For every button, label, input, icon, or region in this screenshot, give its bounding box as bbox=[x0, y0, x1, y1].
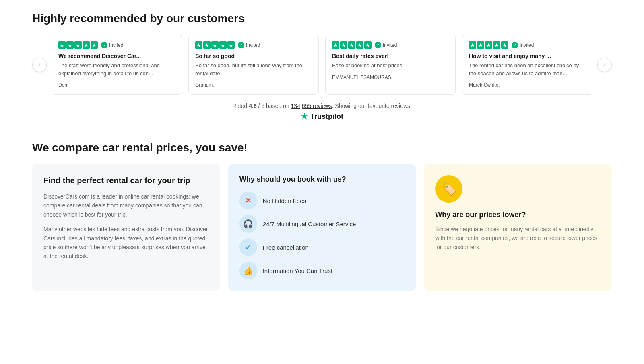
star-icon bbox=[195, 41, 202, 49]
review-header: ✓ Invited bbox=[58, 41, 175, 49]
card-why-title: Why should you book with us? bbox=[239, 175, 405, 184]
review-body: The rented car has been an excellent cho… bbox=[469, 62, 586, 77]
feature-information-trust: 👍 Information You Can Trust bbox=[239, 262, 405, 279]
star-icon bbox=[74, 41, 82, 49]
star-icon bbox=[211, 41, 219, 49]
trustpilot-label: Trustpilot bbox=[310, 112, 343, 121]
card-find-title: Find the perfect rental car for your tri… bbox=[43, 175, 209, 186]
check-icon: ✓ bbox=[512, 42, 518, 48]
star-icon bbox=[501, 41, 508, 49]
review-title: We recommend Discover Car... bbox=[58, 53, 175, 59]
review-header: ✓ Invited bbox=[469, 41, 586, 49]
invited-label: Invited bbox=[109, 42, 123, 48]
review-author: Marek Cwirko, bbox=[469, 82, 586, 88]
review-title: Best daily rates ever! bbox=[332, 53, 449, 59]
invited-label: Invited bbox=[383, 42, 397, 48]
free-cancellation-label: Free cancellation bbox=[263, 244, 309, 251]
card-find-rental: Find the perfect rental car for your tri… bbox=[32, 164, 220, 291]
reviews-grid: ✓ Invited We recommend Discover Car... T… bbox=[52, 35, 592, 95]
star-icon bbox=[364, 41, 372, 49]
compare-section: We compare car rental prices, you save! … bbox=[32, 141, 612, 291]
feature-free-cancellation: ✓ Free cancellation bbox=[239, 238, 405, 256]
carousel-next-button[interactable]: › bbox=[597, 58, 612, 72]
star-icon bbox=[219, 41, 227, 49]
invited-label: Invited bbox=[246, 42, 260, 48]
star-icon bbox=[91, 41, 98, 49]
invited-badge: ✓ Invited bbox=[101, 42, 123, 48]
review-title: So far so good bbox=[195, 53, 312, 59]
no-hidden-fees-icon: ✕ bbox=[239, 192, 257, 209]
star-icon bbox=[348, 41, 355, 49]
invited-label: Invited bbox=[520, 42, 534, 48]
reviews-section-title: Highly recommended by our customers bbox=[32, 12, 612, 25]
review-header: ✓ Invited bbox=[332, 41, 449, 49]
price-tag-icon: 🏷️ bbox=[435, 175, 462, 203]
card-why-book: Why should you book with us? ✕ No Hidden… bbox=[228, 164, 416, 291]
review-stars bbox=[469, 41, 508, 49]
review-card-2: ✓ Invited Best daily rates ever! Ease of… bbox=[325, 35, 456, 95]
review-stars bbox=[58, 41, 98, 49]
review-author: Don, bbox=[58, 82, 175, 88]
trustpilot-star-icon: ★ bbox=[301, 112, 308, 121]
star-icon bbox=[332, 41, 339, 49]
star-icon bbox=[58, 41, 66, 49]
feature-list: ✕ No Hidden Fees 🎧 24/7 Multilingual Cus… bbox=[239, 192, 405, 279]
review-card-3: ✓ Invited How to visit and enjoy many ..… bbox=[462, 35, 592, 95]
review-author: EMMANUEL TSAMOURAS, bbox=[332, 74, 449, 80]
star-icon bbox=[227, 41, 235, 49]
rated-text: Rated 4.6 / 5 based on 134,655 reviews. … bbox=[232, 103, 412, 109]
card-price-body: Since we negotiate prices for many renta… bbox=[435, 225, 601, 252]
card-find-paragraph1: DiscoverCars.com is a leader in online c… bbox=[43, 192, 209, 219]
review-author: Graham, bbox=[195, 82, 312, 88]
review-body: Ease of booking at best prices bbox=[332, 62, 449, 70]
star-icon bbox=[485, 41, 492, 49]
check-icon: ✓ bbox=[101, 42, 107, 48]
review-stars bbox=[332, 41, 372, 49]
information-trust-label: Information You Can Trust bbox=[263, 267, 332, 274]
check-icon: ✓ bbox=[375, 42, 381, 48]
feature-customer-service: 🎧 24/7 Multilingual Customer Service bbox=[239, 215, 405, 233]
review-body: So far so good, but its still a long way… bbox=[195, 62, 312, 77]
card-price-title: Why are our prices lower? bbox=[435, 211, 526, 219]
compare-grid: Find the perfect rental car for your tri… bbox=[32, 164, 612, 291]
no-hidden-fees-label: No Hidden Fees bbox=[263, 197, 306, 204]
invited-badge: ✓ Invited bbox=[238, 42, 260, 48]
review-stars bbox=[195, 41, 235, 49]
review-card-0: ✓ Invited We recommend Discover Car... T… bbox=[52, 35, 182, 95]
star-icon bbox=[340, 41, 347, 49]
reviews-carousel: ‹ ✓ Invited We recommend Discover Car...… bbox=[32, 35, 612, 95]
star-icon bbox=[83, 41, 90, 49]
star-icon bbox=[356, 41, 363, 49]
trustpilot-footer: Rated 4.6 / 5 based on 134,655 reviews. … bbox=[32, 103, 612, 121]
trustpilot-logo: ★ Trustpilot bbox=[32, 112, 612, 121]
feature-no-hidden-fees: ✕ No Hidden Fees bbox=[239, 192, 405, 209]
free-cancellation-icon: ✓ bbox=[239, 238, 257, 256]
star-icon bbox=[493, 41, 500, 49]
review-title: How to visit and enjoy many ... bbox=[469, 53, 586, 59]
card-price-lower: 🏷️ Why are our prices lower? Since we ne… bbox=[424, 164, 612, 291]
review-body: The staff were friendly and professional… bbox=[58, 62, 175, 77]
review-header: ✓ Invited bbox=[195, 41, 312, 49]
customer-service-icon: 🎧 bbox=[239, 215, 257, 233]
carousel-prev-button[interactable]: ‹ bbox=[32, 58, 47, 72]
invited-badge: ✓ Invited bbox=[375, 42, 397, 48]
check-icon: ✓ bbox=[238, 42, 244, 48]
invited-badge: ✓ Invited bbox=[512, 42, 534, 48]
star-icon bbox=[469, 41, 476, 49]
star-icon bbox=[477, 41, 484, 49]
review-card-1: ✓ Invited So far so good So far so good,… bbox=[188, 35, 319, 95]
information-trust-icon: 👍 bbox=[239, 262, 257, 279]
customer-service-label: 24/7 Multilingual Customer Service bbox=[263, 221, 356, 228]
card-find-paragraph2: Many other websites hide fees and extra … bbox=[43, 225, 209, 261]
star-icon bbox=[203, 41, 211, 49]
star-icon bbox=[66, 41, 74, 49]
review-count-link[interactable]: 134,655 reviews bbox=[291, 103, 332, 109]
compare-section-title: We compare car rental prices, you save! bbox=[32, 141, 612, 154]
